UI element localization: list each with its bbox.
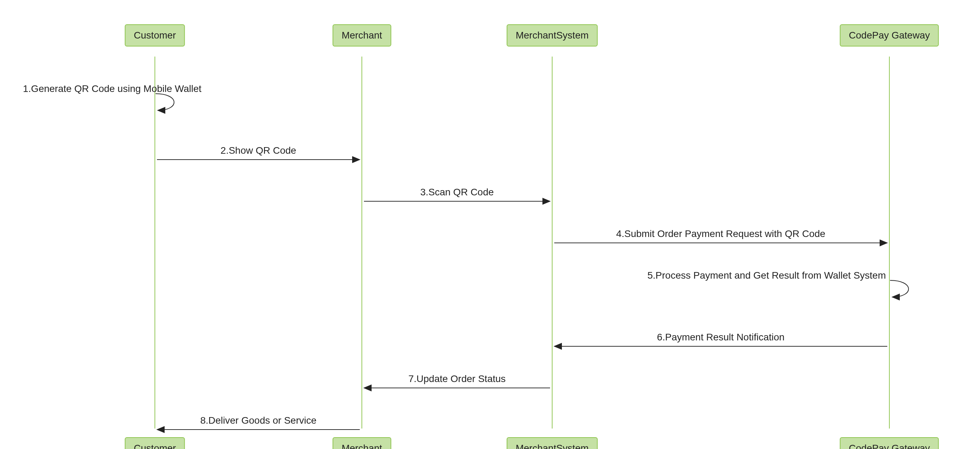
participant-merchant-top: Merchant	[332, 24, 391, 46]
lifeline-merchant	[361, 57, 362, 428]
message-label-6: 6.Payment Result Notification	[657, 332, 784, 343]
message-label-7: 7.Update Order Status	[408, 373, 506, 384]
message-arrow-5	[890, 280, 908, 297]
message-label-2: 2.Show QR Code	[221, 145, 296, 156]
message-arrow-1	[156, 94, 174, 110]
message-label-3: 3.Scan QR Code	[420, 187, 494, 198]
participant-merchant-bottom: Merchant	[332, 437, 391, 449]
participant-gateway-top: CodePay Gateway	[840, 24, 939, 46]
lifeline-gateway	[889, 57, 890, 428]
lifeline-merchantsystem	[552, 57, 552, 428]
lifeline-customer	[154, 57, 155, 428]
participant-merchantsystem-top: MerchantSystem	[507, 24, 598, 46]
participant-customer-bottom: Customer	[125, 437, 185, 449]
participant-gateway-bottom: CodePay Gateway	[840, 437, 939, 449]
message-label-5: 5.Process Payment and Get Result from Wa…	[648, 270, 886, 281]
message-label-4: 4.Submit Order Payment Request with QR C…	[616, 228, 825, 240]
participant-customer-top: Customer	[125, 24, 185, 46]
participant-merchantsystem-bottom: MerchantSystem	[507, 437, 598, 449]
message-label-1: 1.Generate QR Code using Mobile Wallet	[23, 83, 201, 94]
message-label-8: 8.Deliver Goods or Service	[200, 415, 317, 426]
